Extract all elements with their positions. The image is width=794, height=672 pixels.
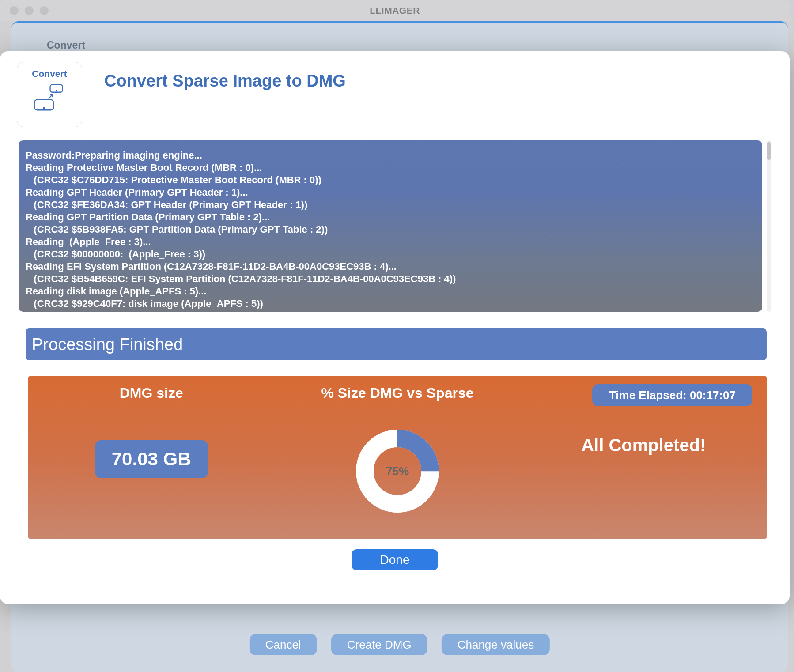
log-line: (CRC32 $FE36DA34: GPT Header (Primary GP…	[26, 199, 755, 211]
status-banner: Processing Finished	[26, 328, 767, 360]
log-line: Reading (Apple_Free : 3)...	[26, 236, 755, 248]
close-icon[interactable]	[10, 6, 19, 15]
all-completed-text: All Completed!	[581, 435, 706, 455]
change-values-button[interactable]: Change values	[442, 634, 550, 655]
window-titlebar: LLIMAGER	[0, 0, 790, 21]
done-button[interactable]: Done	[352, 549, 438, 570]
log-output[interactable]: Password:Preparing imaging engine...Read…	[19, 140, 762, 312]
minimize-icon[interactable]	[25, 6, 34, 15]
zoom-icon[interactable]	[40, 6, 49, 15]
convert-result-dialog: Convert Convert Sparse Image to DMG Pass…	[0, 51, 790, 604]
log-line: Password:Preparing imaging engine...	[26, 149, 755, 162]
time-elapsed-badge: Time Elapsed: 00:17:07	[592, 384, 752, 406]
traffic-lights	[10, 6, 49, 15]
log-line: Reading disk image (Apple_APFS : 5)...	[26, 285, 755, 298]
dmg-size-column: DMG size 70.03 GB	[28, 385, 274, 539]
log-line: Reading EFI System Partition (C12A7328-F…	[26, 260, 755, 273]
create-dmg-button[interactable]: Create DMG	[331, 634, 427, 655]
log-line: Reading GPT Partition Data (Primary GPT …	[26, 211, 755, 223]
done-row: Done	[19, 549, 771, 570]
tab-convert[interactable]: Convert	[47, 39, 85, 51]
ratio-donut-chart: 75%	[354, 428, 441, 514]
bottom-button-row: Cancel Create DMG Change values	[250, 634, 550, 655]
ratio-label: % Size DMG vs Sparse	[321, 385, 473, 401]
scrollbar-thumb[interactable]	[767, 142, 771, 160]
cancel-button[interactable]: Cancel	[250, 634, 317, 655]
svg-point-1	[56, 90, 57, 92]
log-line: (CRC32 $C76DD715: Protective Master Boot…	[26, 174, 755, 186]
convert-icon-tile[interactable]: Convert	[17, 62, 82, 127]
dmg-size-label: DMG size	[120, 385, 183, 401]
log-line: (CRC32 $B54B659C: EFI System Partition (…	[26, 273, 755, 285]
log-line: Reading Protective Master Boot Record (M…	[26, 162, 755, 174]
svg-point-3	[43, 107, 45, 109]
log-wrap: Password:Preparing imaging engine...Read…	[19, 140, 771, 312]
dialog-header: Convert Convert Sparse Image to DMG	[19, 62, 771, 127]
dialog-heading: Convert Sparse Image to DMG	[104, 72, 346, 91]
ratio-column: % Size DMG vs Sparse 75%	[274, 385, 520, 539]
completed-column: All Completed!	[521, 385, 767, 539]
log-line: (CRC32 $929C40F7: disk image (Apple_APFS…	[26, 298, 755, 310]
window-title: LLIMAGER	[370, 5, 420, 16]
scrollbar[interactable]	[767, 140, 771, 312]
disk-convert-icon	[32, 83, 67, 113]
log-line: Reading (Apple_Free : 6)......	[26, 310, 755, 312]
convert-icon-label: Convert	[32, 68, 67, 79]
dmg-size-value: 70.03 GB	[95, 440, 208, 478]
log-line: (CRC32 $00000000: (Apple_Free : 3))	[26, 248, 755, 260]
stats-panel: Time Elapsed: 00:17:07 DMG size 70.03 GB…	[28, 376, 767, 539]
log-line: Reading GPT Header (Primary GPT Header :…	[26, 186, 755, 199]
log-line: (CRC32 $5B938FA5: GPT Partition Data (Pr…	[26, 223, 755, 236]
ratio-percent-text: 75%	[386, 464, 409, 478]
